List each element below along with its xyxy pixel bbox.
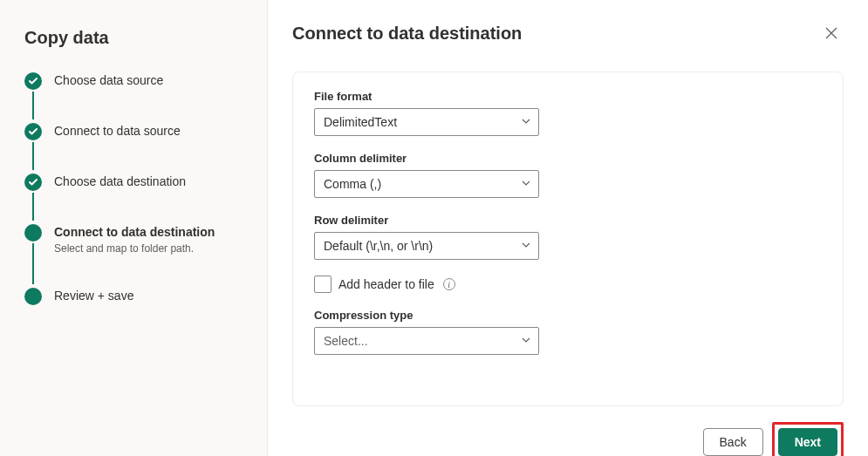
chevron-down-icon: [521, 239, 531, 253]
main-content: Connect to data destination File format …: [268, 0, 868, 456]
sidebar-title: Copy data: [24, 28, 246, 48]
step-review-save[interactable]: Review + save: [24, 288, 246, 305]
row-delimiter-value: Default (\r,\n, or \r\n): [324, 239, 433, 253]
step-desc: Select and map to folder path.: [54, 242, 215, 255]
add-header-row: Add header to file i: [314, 276, 822, 293]
column-delimiter-field: Column delimiter Comma (,): [314, 152, 822, 198]
compression-type-field: Compression type Select...: [314, 309, 822, 355]
step-connect-data-source[interactable]: Connect to data source: [24, 123, 246, 174]
page-title: Connect to data destination: [292, 24, 522, 44]
next-highlight: Next: [772, 422, 844, 456]
info-icon[interactable]: i: [443, 278, 455, 290]
check-icon: [24, 72, 42, 90]
steps-list: Choose data source Connect to data sourc…: [24, 72, 246, 305]
pending-step-icon: [24, 288, 42, 305]
step-label: Connect to data destination: [54, 225, 215, 239]
main-header: Connect to data destination: [292, 21, 844, 45]
file-format-value: DelimitedText: [324, 115, 397, 129]
add-header-label: Add header to file: [338, 277, 434, 291]
chevron-down-icon: [521, 115, 531, 129]
sidebar: Copy data Choose data source Connect to …: [0, 0, 268, 456]
step-connect-data-destination[interactable]: Connect to data destination Select and m…: [24, 224, 246, 288]
next-button[interactable]: Next: [778, 428, 837, 456]
step-choose-data-destination[interactable]: Choose data destination: [24, 174, 246, 224]
row-delimiter-select[interactable]: Default (\r,\n, or \r\n): [314, 232, 539, 260]
add-header-checkbox[interactable]: [314, 276, 331, 293]
compression-type-label: Compression type: [314, 309, 822, 322]
check-icon: [24, 174, 42, 191]
step-label: Review + save: [54, 289, 133, 303]
step-label: Choose data destination: [54, 174, 186, 188]
file-format-label: File format: [314, 90, 822, 103]
chevron-down-icon: [521, 334, 531, 348]
footer: Back Next: [292, 422, 844, 456]
check-icon: [24, 123, 42, 140]
column-delimiter-label: Column delimiter: [314, 152, 822, 165]
chevron-down-icon: [521, 177, 531, 191]
file-format-select[interactable]: DelimitedText: [314, 108, 539, 136]
form-panel: File format DelimitedText Column delimit…: [292, 71, 844, 406]
row-delimiter-field: Row delimiter Default (\r,\n, or \r\n): [314, 214, 822, 260]
step-label: Connect to data source: [54, 124, 181, 138]
step-choose-data-source[interactable]: Choose data source: [24, 72, 246, 123]
compression-type-select[interactable]: Select...: [314, 327, 539, 355]
column-delimiter-select[interactable]: Comma (,): [314, 170, 539, 198]
current-step-icon: [24, 224, 42, 242]
close-icon: [824, 26, 838, 40]
close-button[interactable]: [819, 21, 844, 45]
step-label: Choose data source: [54, 73, 163, 87]
row-delimiter-label: Row delimiter: [314, 214, 822, 227]
file-format-field: File format DelimitedText: [314, 90, 822, 136]
compression-type-placeholder: Select...: [324, 334, 368, 348]
back-button[interactable]: Back: [703, 428, 763, 456]
column-delimiter-value: Comma (,): [324, 177, 381, 191]
